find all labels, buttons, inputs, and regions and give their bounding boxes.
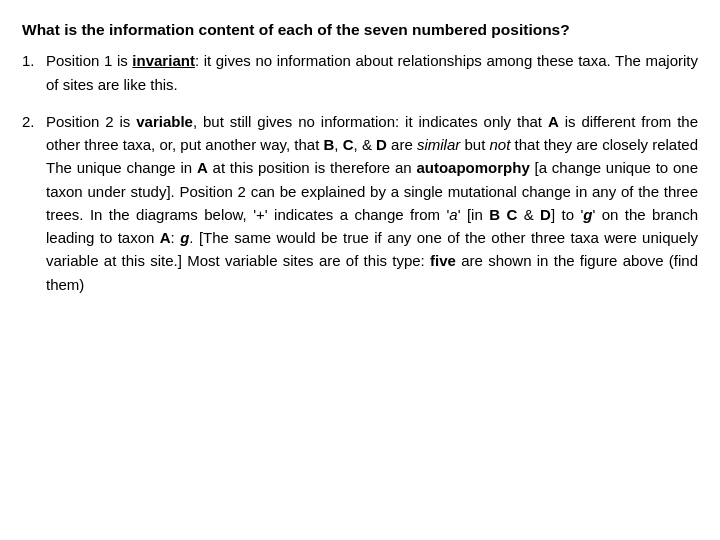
taxon-d: D — [376, 136, 387, 153]
list-item: 1. Position 1 is invariant: it gives no … — [22, 49, 698, 96]
variable-text: variable — [136, 113, 193, 130]
page-heading: What is the information content of each … — [22, 18, 698, 41]
list-item-2: 2. Position 2 is variable, but still giv… — [22, 110, 698, 296]
list-number-2: 2. — [22, 110, 40, 296]
taxon-a-2: A — [197, 159, 208, 176]
taxon-d-2: D — [540, 206, 551, 223]
list-text-2: Position 2 is variable, but still gives … — [46, 110, 698, 296]
taxon-bc: B C — [489, 206, 517, 223]
allele-a-text: a — [449, 206, 457, 223]
list-text-1: Position 1 is invariant: it gives no inf… — [46, 49, 698, 96]
taxon-a-3: A — [160, 229, 171, 246]
taxon-a-1: A — [548, 113, 559, 130]
similar-text: similar — [417, 136, 460, 153]
autoapomorphy-text: autoapomorphy — [416, 159, 529, 176]
not-text: not — [490, 136, 511, 153]
content-wrapper: What is the information content of each … — [22, 18, 698, 296]
list-number-1: 1. — [22, 49, 40, 96]
taxon-b: B — [323, 136, 334, 153]
list-container: 1. Position 1 is invariant: it gives no … — [22, 49, 698, 296]
taxon-c: C — [343, 136, 354, 153]
allele-g-text: g — [583, 206, 592, 223]
five-text: five — [430, 252, 456, 269]
allele-g-text-2: g — [180, 229, 189, 246]
invariant-text: invariant — [132, 52, 195, 69]
